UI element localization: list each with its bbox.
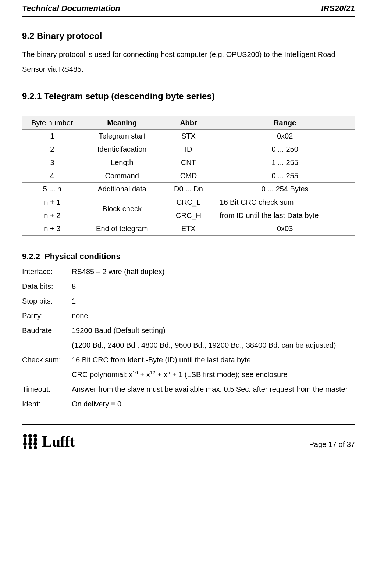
cell-abbr: CRC_L bbox=[162, 196, 215, 209]
logo: Lufft bbox=[22, 433, 74, 450]
header-bar: Technical Documentation IRS20/21 bbox=[22, 4, 355, 17]
def-label: Check sum: bbox=[22, 352, 72, 382]
cell-meaning: Length bbox=[82, 156, 162, 169]
svg-point-7 bbox=[28, 442, 32, 446]
def-value: 8 bbox=[72, 279, 355, 294]
def-value: On delivery = 0 bbox=[72, 397, 355, 411]
def-row-timeout: Timeout: Answer from the slave must be a… bbox=[22, 382, 355, 397]
svg-rect-10 bbox=[29, 446, 32, 449]
def-value-line1: 19200 Baud (Default setting) bbox=[72, 326, 166, 334]
def-label: Parity: bbox=[22, 308, 72, 323]
cell-abbr: ID bbox=[162, 143, 215, 156]
th-byte-number: Byte number bbox=[22, 116, 82, 130]
th-meaning: Meaning bbox=[82, 116, 162, 130]
def-value-poly-part: CRC polynomial: x bbox=[72, 370, 133, 379]
definitions-list: Interface: RS485 – 2 wire (half duplex) … bbox=[22, 264, 355, 411]
table-row: 1 Telegram start STX 0x02 bbox=[22, 130, 355, 143]
def-value: none bbox=[72, 308, 355, 323]
heading-9-2: 9.2 Binary protocol bbox=[22, 31, 355, 41]
def-value-poly-part: + x bbox=[138, 370, 150, 379]
def-row-interface: Interface: RS485 – 2 wire (half duplex) bbox=[22, 264, 355, 279]
svg-rect-4 bbox=[29, 438, 32, 442]
cell-abbr: CMD bbox=[162, 169, 215, 183]
svg-point-0 bbox=[23, 434, 27, 438]
intro-paragraph: The binary protocol is used for connecti… bbox=[22, 47, 355, 76]
svg-rect-11 bbox=[34, 446, 37, 449]
cell-meaning: Telegram start bbox=[82, 130, 162, 143]
cell-meaning: Identicifacation bbox=[82, 143, 162, 156]
cell-byte: 3 bbox=[22, 156, 82, 169]
def-value: 19200 Baud (Default setting) (1200 Bd., … bbox=[72, 323, 355, 352]
def-value: Answer from the slave must be available … bbox=[72, 382, 355, 397]
cell-byte: 5 ... n bbox=[22, 183, 82, 196]
cell-byte: 2 bbox=[22, 143, 82, 156]
th-range: Range bbox=[215, 116, 355, 130]
cell-range: 0x02 bbox=[215, 130, 355, 143]
cell-meaning: Additional data bbox=[82, 183, 162, 196]
cell-range: from ID until the last Data byte bbox=[215, 209, 355, 222]
page-number: Page 17 of 37 bbox=[309, 440, 355, 450]
table-row: n + 2 CRC_H from ID until the last Data … bbox=[22, 209, 355, 222]
svg-point-2 bbox=[33, 434, 37, 438]
def-value-poly-part: + 1 (LSB first mode); see enclosure bbox=[170, 370, 288, 379]
cell-byte: n + 2 bbox=[22, 209, 82, 222]
heading-9-2-2: 9.2.2 Physical conditions bbox=[22, 252, 355, 261]
cell-meaning: End of telegram bbox=[82, 222, 162, 236]
cell-abbr: CRC_H bbox=[162, 209, 215, 222]
cell-meaning: Block check bbox=[82, 196, 162, 222]
header-left: Technical Documentation bbox=[22, 4, 120, 13]
svg-point-8 bbox=[33, 442, 37, 446]
cell-range: 0 ... 254 Bytes bbox=[215, 183, 355, 196]
cell-range: 1 ... 255 bbox=[215, 156, 355, 169]
lufft-logo-icon bbox=[22, 434, 39, 449]
def-row-checksum: Check sum: 16 Bit CRC from Ident.-Byte (… bbox=[22, 352, 355, 382]
def-value: 16 Bit CRC from Ident.-Byte (ID) until t… bbox=[72, 352, 355, 382]
header-right: IRS20/21 bbox=[321, 4, 355, 13]
th-abbr: Abbr bbox=[162, 116, 215, 130]
cell-range: 0 ... 255 bbox=[215, 169, 355, 183]
def-label: Timeout: bbox=[22, 382, 72, 397]
cell-abbr: CNT bbox=[162, 156, 215, 169]
cell-byte: n + 1 bbox=[22, 196, 82, 209]
table-row: 5 ... n Additional data D0 ... Dn 0 ... … bbox=[22, 183, 355, 196]
cell-byte: n + 3 bbox=[22, 222, 82, 236]
heading-number: 9.2.2 bbox=[22, 252, 40, 261]
telegram-table: Byte number Meaning Abbr Range 1 Telegra… bbox=[22, 116, 355, 236]
svg-point-1 bbox=[28, 434, 32, 438]
cell-abbr: D0 ... Dn bbox=[162, 183, 215, 196]
table-row: 3 Length CNT 1 ... 255 bbox=[22, 156, 355, 169]
page-container: Technical Documentation IRS20/21 9.2 Bin… bbox=[0, 0, 377, 465]
def-row-baudrate: Baudrate: 19200 Baud (Default setting) (… bbox=[22, 323, 355, 352]
def-value: RS485 – 2 wire (half duplex) bbox=[72, 264, 355, 279]
def-label: Baudrate: bbox=[22, 323, 72, 352]
table-row: n + 1 Block check CRC_L 16 Bit CRC check… bbox=[22, 196, 355, 209]
def-label: Interface: bbox=[22, 264, 72, 279]
cell-range: 0x03 bbox=[215, 222, 355, 236]
heading-9-2-1: 9.2.1 Telegram setup (descending byte se… bbox=[22, 91, 355, 101]
def-value: 1 bbox=[72, 294, 355, 308]
table-row: n + 3 End of telegram ETX 0x03 bbox=[22, 222, 355, 236]
def-value-line2: (1200 Bd., 2400 Bd., 4800 Bd., 9600 Bd.,… bbox=[72, 341, 336, 349]
cell-range: 0 ... 250 bbox=[215, 143, 355, 156]
heading-subtitle: Physical conditions bbox=[45, 252, 121, 261]
page-footer: Lufft Page 17 of 37 bbox=[22, 424, 355, 450]
table-header-row: Byte number Meaning Abbr Range bbox=[22, 116, 355, 130]
cell-byte: 1 bbox=[22, 130, 82, 143]
def-row-stopbits: Stop bits: 1 bbox=[22, 294, 355, 308]
svg-point-6 bbox=[23, 442, 27, 446]
def-value-poly-part: + x bbox=[155, 370, 167, 379]
cell-range: 16 Bit CRC check sum bbox=[215, 196, 355, 209]
def-row-databits: Data bits: 8 bbox=[22, 279, 355, 294]
table-row: 2 Identicifacation ID 0 ... 250 bbox=[22, 143, 355, 156]
cell-abbr: STX bbox=[162, 130, 215, 143]
def-row-ident: Ident: On delivery = 0 bbox=[22, 397, 355, 411]
def-value-sup: 12 bbox=[150, 370, 155, 375]
def-label: Data bits: bbox=[22, 279, 72, 294]
svg-rect-9 bbox=[24, 446, 26, 449]
svg-rect-5 bbox=[34, 438, 37, 442]
logo-text: Lufft bbox=[42, 433, 74, 450]
cell-meaning: Command bbox=[82, 169, 162, 183]
def-value-line1: 16 Bit CRC from Ident.-Byte (ID) until t… bbox=[72, 356, 251, 364]
table-row: 4 Command CMD 0 ... 255 bbox=[22, 169, 355, 183]
def-label: Stop bits: bbox=[22, 294, 72, 308]
